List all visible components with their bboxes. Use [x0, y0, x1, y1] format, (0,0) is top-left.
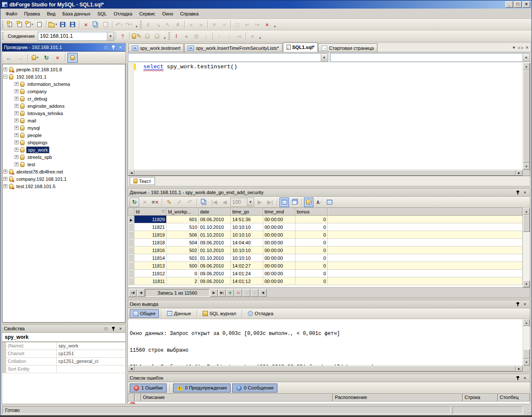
output-header[interactable]: Окно вывода ×: [128, 300, 530, 308]
scroll-thumb[interactable]: [523, 70, 530, 163]
grid-cell[interactable]: 00:00:00: [263, 254, 295, 262]
tree-item[interactable]: cr_debug: [3, 95, 125, 102]
scroll-down-icon[interactable]: ▼: [523, 280, 530, 287]
tree-item[interactable]: mail: [3, 117, 125, 124]
scroll-thumb[interactable]: [523, 349, 530, 359]
float-icon[interactable]: □: [103, 44, 109, 50]
menu-help[interactable]: Справка: [176, 10, 202, 18]
paste-button[interactable]: [101, 20, 110, 29]
new-query-button[interactable]: [15, 20, 24, 29]
row-selector[interactable]: [128, 254, 134, 262]
grid-cell[interactable]: 0: [167, 270, 199, 277]
tree-item[interactable]: enginsite_addons: [3, 102, 125, 110]
grid-cell[interactable]: 11813: [134, 262, 167, 270]
tree-item-spy-work[interactable]: spy_work: [3, 146, 125, 153]
grid-cell[interactable]: 11816: [134, 247, 167, 254]
scroll-left-icon[interactable]: ◀: [128, 366, 135, 371]
grid-cell[interactable]: 0: [295, 277, 328, 285]
expander-icon[interactable]: [3, 170, 7, 173]
refresh-data-button[interactable]: [130, 198, 139, 207]
grid-cell[interactable]: 14:51:36: [231, 216, 263, 223]
grid-cell[interactable]: 00:00:00: [263, 247, 295, 254]
commit-button[interactable]: [143, 31, 152, 41]
step-into-button[interactable]: [225, 31, 234, 41]
toolbar-grip[interactable]: [168, 32, 170, 40]
connection-combo[interactable]: 192.168.101.1 ▼: [38, 32, 114, 41]
edit-record-button[interactable]: [164, 198, 174, 207]
grid-cell[interactable]: 01.10.2010: [199, 231, 231, 239]
output-vertical-scrollbar[interactable]: ▲ ▼: [523, 319, 530, 365]
chevron-down-icon[interactable]: ▼: [107, 32, 114, 40]
grid-cell[interactable]: 11814: [134, 254, 167, 262]
property-row[interactable]: (Name)spy_work: [2, 342, 125, 350]
property-row[interactable]: Charsetcp1251: [2, 350, 125, 358]
scroll-down-icon[interactable]: ▼: [523, 163, 530, 170]
cut-button[interactable]: [81, 20, 91, 29]
menu-service[interactable]: Сервис: [136, 10, 159, 18]
grid-cell[interactable]: 09.06.2010: [199, 262, 231, 270]
pin-icon[interactable]: [514, 375, 521, 381]
tree-item[interactable]: alextest78.db4free.net: [3, 168, 125, 175]
grid-cell[interactable]: 00:00:00: [263, 270, 295, 277]
toolbar-grip[interactable]: [2, 21, 3, 28]
grid-cell[interactable]: 504: [167, 239, 199, 247]
grid-cell[interactable]: 0: [295, 223, 328, 231]
explorer-header[interactable]: Проводник - 192.168.101.1 □ ×: [2, 43, 125, 52]
column-header-line[interactable]: Строка: [462, 394, 498, 402]
table-editor-button[interactable]: #: [143, 20, 153, 29]
grid-cell[interactable]: 0: [295, 254, 328, 262]
copy-data-button[interactable]: [199, 198, 209, 207]
grid-cell[interactable]: 500: [167, 262, 199, 270]
tab-general[interactable]: Общее: [130, 309, 159, 318]
scroll-thumb[interactable]: [523, 215, 530, 232]
column-header-time-go[interactable]: time_go: [231, 208, 263, 216]
page-size-combo[interactable]: 100▼: [230, 198, 254, 207]
chevron-down-icon[interactable]: ▼: [523, 54, 529, 61]
close-icon[interactable]: ×: [117, 44, 124, 50]
scroll-right-icon[interactable]: ▶: [516, 366, 523, 371]
property-row[interactable]: Sort Entity: [2, 365, 125, 373]
grid-cell[interactable]: 0: [295, 247, 328, 254]
grid-cell[interactable]: 00:00:00: [263, 277, 295, 285]
toolbar-grip[interactable]: [2, 32, 3, 40]
close-icon[interactable]: ×: [522, 375, 528, 381]
tree-item[interactable]: mysql: [3, 124, 125, 131]
grid-cell[interactable]: 2: [167, 277, 199, 285]
next-record-button[interactable]: ▶: [210, 289, 218, 297]
warnings-toggle[interactable]: 0 Предупреждения: [173, 384, 231, 393]
stop-button[interactable]: [182, 31, 191, 41]
tab-menu-button[interactable]: ▼: [512, 46, 516, 50]
property-row[interactable]: Collationcp1251_general_ci: [2, 358, 125, 365]
pin-icon[interactable]: [514, 189, 521, 195]
scroll-left-button[interactable]: ◀: [517, 46, 520, 50]
undo-button[interactable]: ▾: [114, 20, 124, 29]
tree-item[interactable]: test: [3, 161, 125, 168]
delete-button[interactable]: [52, 53, 63, 63]
column-header-bonus[interactable]: bonus: [295, 208, 328, 216]
first-record-button[interactable]: |◀: [129, 289, 137, 297]
tree-item[interactable]: streets_spb: [3, 153, 125, 161]
save-all-button[interactable]: [68, 20, 77, 29]
apply-changes-button[interactable]: [175, 198, 184, 207]
menu-view[interactable]: Вид: [43, 10, 59, 18]
grid-cell[interactable]: 01.10.2010: [199, 223, 231, 231]
expander-icon[interactable]: [15, 162, 18, 166]
resize-grip[interactable]: [524, 409, 530, 414]
close-icon[interactable]: ×: [522, 189, 528, 195]
grid-cell[interactable]: 14:04:40: [231, 239, 263, 247]
menu-debug[interactable]: Отладка: [110, 10, 136, 18]
expander-icon[interactable]: [15, 89, 18, 93]
clear-format-button[interactable]: ≈: [219, 20, 229, 29]
expander-icon[interactable]: [15, 140, 18, 144]
tab-data-log[interactable]: Данные: [164, 309, 195, 318]
find-next-button[interactable]: [173, 20, 182, 29]
delete-record-button[interactable]: −: [234, 289, 242, 297]
grid-cell[interactable]: 00:00:00: [263, 239, 295, 247]
grid-cell[interactable]: 0: [295, 270, 328, 277]
last-page-button[interactable]: ▶|: [265, 198, 275, 207]
column-header-id[interactable]: Id: [134, 208, 167, 216]
types-combo[interactable]: ▼: [128, 53, 328, 62]
tab-debug[interactable]: Отладка: [244, 309, 277, 318]
grid-cell[interactable]: 10:10:10: [231, 247, 263, 254]
error-row[interactable]: [128, 402, 530, 404]
